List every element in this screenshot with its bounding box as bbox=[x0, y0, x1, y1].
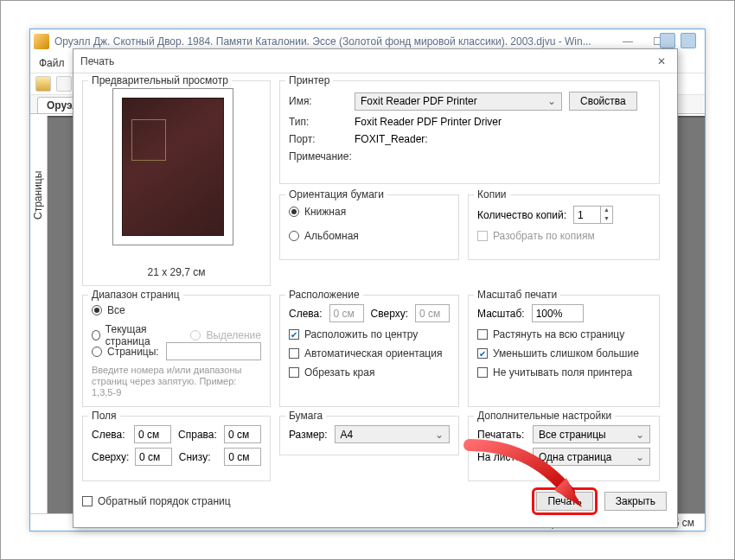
copies-title: Копии bbox=[474, 188, 510, 200]
scale-group: Масштаб печати Масштаб: 100% Растянуть н… bbox=[468, 295, 660, 407]
range-all[interactable]: Все bbox=[92, 304, 125, 316]
copies-group: Копии Количество копий: 1 ▲▼ Разобрать п… bbox=[468, 194, 660, 260]
layout-trim-check[interactable]: Обрезать края bbox=[289, 366, 374, 379]
extra-title: Дополнительные настройки bbox=[474, 410, 615, 422]
close-dialog-button[interactable]: Закрыть bbox=[604, 492, 667, 511]
preview-image bbox=[112, 88, 233, 245]
print-icon[interactable] bbox=[56, 76, 72, 92]
print-button[interactable]: Печать bbox=[536, 492, 592, 511]
range-selection: Выделение bbox=[190, 329, 261, 341]
tool-icon-2[interactable] bbox=[681, 33, 696, 48]
layout-top-label: Сверху: bbox=[371, 308, 408, 320]
printer-group: Принтер Имя: Foxit Reader PDF Printer⌄ С… bbox=[279, 80, 660, 184]
collate-checkbox: Разобрать по копиям bbox=[477, 230, 595, 242]
printer-note-label: Примечание: bbox=[289, 150, 348, 162]
chevron-down-icon: ⌄ bbox=[547, 95, 556, 107]
dialog-title: Печать bbox=[80, 55, 653, 67]
page-range-group: Диапазон страниц Все Текущая страница Вы… bbox=[82, 295, 271, 407]
tool-icon-1[interactable] bbox=[660, 33, 675, 48]
margin-top-label: Сверху: bbox=[92, 451, 128, 463]
layout-left-input[interactable]: 0 см bbox=[329, 304, 364, 322]
print-button-highlight: Печать bbox=[532, 487, 597, 515]
scale-title: Масштаб печати bbox=[474, 289, 560, 301]
extra-print-label: Печатать: bbox=[477, 429, 526, 441]
margin-bottom-input[interactable]: 0 см bbox=[224, 448, 261, 466]
orientation-title: Ориентация бумаги bbox=[285, 188, 387, 200]
printer-type-label: Тип: bbox=[289, 116, 348, 128]
printer-port: FOXIT_Reader: bbox=[355, 133, 428, 145]
layout-title: Расположение bbox=[285, 289, 363, 301]
dialog-titlebar: Печать ✕ bbox=[74, 49, 677, 73]
printer-title: Принтер bbox=[285, 74, 333, 86]
range-pages-input[interactable] bbox=[166, 342, 261, 360]
extra-sheet-combo[interactable]: Одна страница⌄ bbox=[533, 448, 650, 466]
copies-count-spinner[interactable]: 1 ▲▼ bbox=[573, 206, 613, 224]
layout-group: Расположение Слева: 0 см Сверху: 0 см ✔Р… bbox=[279, 295, 459, 407]
layout-center-check[interactable]: ✔Расположить по центру bbox=[289, 328, 418, 340]
margin-left-label: Слева: bbox=[92, 429, 127, 441]
extra-print-combo[interactable]: Все страницы⌄ bbox=[533, 425, 650, 443]
orientation-landscape[interactable]: Альбомная bbox=[289, 230, 359, 242]
margin-top-input[interactable]: 0 см bbox=[135, 448, 172, 466]
scale-fit-check[interactable]: Растянуть на всю страницу bbox=[477, 328, 624, 340]
scale-input[interactable]: 100% bbox=[532, 304, 584, 322]
spin-up-icon[interactable]: ▲ bbox=[601, 207, 612, 215]
layout-top-input[interactable]: 0 см bbox=[415, 304, 450, 322]
orientation-portrait[interactable]: Книжная bbox=[289, 206, 346, 218]
margin-right-input[interactable]: 0 см bbox=[224, 425, 261, 443]
chevron-down-icon: ⌄ bbox=[636, 429, 644, 441]
paper-size-combo[interactable]: A4⌄ bbox=[335, 425, 450, 443]
reverse-order-check[interactable]: Обратный порядок страниц bbox=[82, 495, 231, 507]
range-title: Диапазон страниц bbox=[88, 289, 183, 301]
open-icon[interactable] bbox=[35, 76, 51, 92]
printer-name-label: Имя: bbox=[289, 95, 348, 107]
layout-left-label: Слева: bbox=[289, 308, 323, 320]
margin-right-label: Справа: bbox=[178, 429, 217, 441]
main-title: Оруэлл Дж. Скотный Двор. 1984. Памяти Ка… bbox=[54, 35, 613, 48]
scale-shrink-check[interactable]: ✔Уменьшить слишком большие bbox=[477, 347, 639, 360]
layout-autoorient-check[interactable]: Автоматическая ориентация bbox=[289, 347, 442, 360]
margins-group: Поля Слева: 0 см Справа: 0 см Сверху: 0 … bbox=[82, 416, 271, 481]
side-panel[interactable]: Страницы bbox=[30, 116, 48, 513]
book-cover bbox=[122, 98, 224, 236]
spin-down-icon[interactable]: ▼ bbox=[601, 215, 612, 224]
menu-file[interactable]: Файл bbox=[39, 57, 65, 69]
preview-dimensions: 21 x 29,7 см bbox=[83, 266, 270, 278]
paper-size-label: Размер: bbox=[289, 429, 328, 441]
printer-port-label: Порт: bbox=[289, 133, 348, 145]
paper-title: Бумага bbox=[285, 410, 326, 422]
copies-count-label: Количество копий: bbox=[477, 209, 566, 221]
printer-properties-button[interactable]: Свойства bbox=[569, 92, 637, 111]
app-icon bbox=[34, 34, 49, 49]
printer-name-combo[interactable]: Foxit Reader PDF Printer⌄ bbox=[355, 92, 562, 111]
side-panel-label: Страницы bbox=[32, 171, 44, 220]
print-dialog: Печать ✕ Предварительный просмотр 21 x 2… bbox=[73, 48, 678, 528]
paper-group: Бумага Размер: A4⌄ bbox=[279, 416, 459, 455]
book-stamp bbox=[131, 119, 166, 161]
preview-title: Предварительный просмотр bbox=[88, 74, 232, 86]
margin-left-input[interactable]: 0 см bbox=[134, 425, 171, 443]
chevron-down-icon: ⌄ bbox=[435, 429, 444, 441]
printer-type: Foxit Reader PDF Printer Driver bbox=[355, 116, 502, 128]
dialog-close-button[interactable]: ✕ bbox=[653, 55, 670, 67]
margin-bottom-label: Снизу: bbox=[179, 451, 217, 463]
extra-group: Дополнительные настройки Печатать: Все с… bbox=[468, 416, 660, 481]
range-hint: Введите номера и/или диапазоны страниц ч… bbox=[92, 365, 261, 398]
preview-group: Предварительный просмотр 21 x 29,7 см bbox=[82, 80, 271, 286]
margins-title: Поля bbox=[88, 410, 120, 422]
scale-ignoremargins-check[interactable]: Не учитывать поля принтера bbox=[477, 366, 632, 379]
range-pages[interactable]: Страницы: bbox=[92, 346, 159, 358]
chevron-down-icon: ⌄ bbox=[636, 451, 644, 463]
orientation-group: Ориентация бумаги Книжная Альбомная bbox=[279, 194, 459, 260]
scale-label: Масштаб: bbox=[477, 308, 525, 320]
extra-sheet-label: На листе: bbox=[477, 451, 526, 463]
